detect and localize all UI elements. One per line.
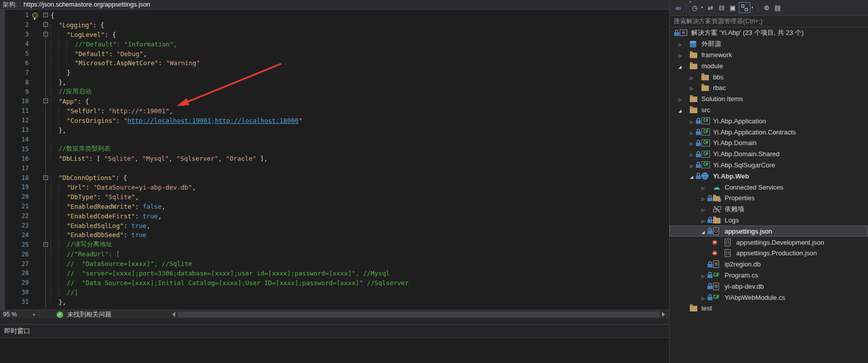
- tree-item-yi-abp-dev-db[interactable]: ⚙yi-abp-dev.db: [670, 281, 868, 292]
- fold-toggle-icon[interactable]: −: [43, 22, 48, 27]
- tree-item-solution-root[interactable]: ∞解决方案 'Yi.Abp' (23 个项目, 共 23 个): [670, 27, 868, 38]
- tree-item-framework[interactable]: ▷framework: [670, 50, 868, 61]
- hscrollbar-thumb[interactable]: [178, 311, 659, 317]
- zoom-combo[interactable]: 95 % ▼: [0, 310, 39, 319]
- code-line[interactable]: 6"Microsoft.AspNetCore": "Warning": [0, 58, 669, 68]
- chevron-expanded-icon[interactable]: ◢: [700, 228, 706, 235]
- chevron-expanded-icon[interactable]: ◢: [688, 172, 695, 180]
- chevron-expanded-icon[interactable]: ◢: [677, 106, 683, 114]
- tree-item-yiabpwebmodule-cs[interactable]: ▷C#YiAbpWebModule.cs: [670, 292, 868, 303]
- wrench-icon[interactable]: ⚙: [761, 2, 772, 13]
- fold-toggle-icon[interactable]: −: [43, 242, 48, 247]
- show-all-files-caret-icon[interactable]: ▾: [750, 2, 755, 13]
- code-area[interactable]: 1−{2−"Logging": {3−"LogLevel": {4//"Defa…: [0, 10, 669, 309]
- chevron-collapsed-icon[interactable]: ▷: [700, 184, 706, 191]
- code-line[interactable]: 31},: [0, 297, 669, 307]
- code-line[interactable]: 8},: [0, 77, 669, 87]
- chevron-collapsed-icon[interactable]: ▷: [700, 216, 706, 224]
- chevron-collapsed-icon[interactable]: ▷: [688, 73, 695, 81]
- tree-item-dependencies[interactable]: ▷依赖项: [670, 204, 868, 215]
- chevron-collapsed-icon[interactable]: ▷: [700, 294, 706, 301]
- collapse-all-icon[interactable]: ⊟: [717, 2, 727, 13]
- tree-item-src[interactable]: ◢src: [670, 105, 868, 116]
- code-line[interactable]: 9//应用启动: [0, 87, 669, 97]
- tree-item-yi-abp-domain[interactable]: ▷C#Yi.Abp.Domain: [670, 138, 868, 149]
- tree-item-program-cs[interactable]: ▷C#Program.cs: [670, 270, 868, 281]
- fold-toggle-icon[interactable]: −: [43, 13, 48, 17]
- hscrollbar-left-icon[interactable]: [172, 312, 175, 317]
- chevron-collapsed-icon[interactable]: ▷: [688, 139, 695, 147]
- fold-toggle-icon[interactable]: −: [43, 175, 48, 180]
- tree-item-appsettings-json[interactable]: ◢{}appsettings.json: [670, 225, 868, 237]
- tree-item-rbac[interactable]: ▷rbac: [670, 82, 868, 94]
- hscrollbar-right-icon[interactable]: [662, 312, 665, 317]
- tree-item-connected-services[interactable]: ▷☁Connected Services: [670, 182, 868, 193]
- tree-item-bbs[interactable]: ▷bbs: [670, 71, 868, 82]
- tree-item-yi-abp-application[interactable]: ▷C#Yi.Abp.Application: [670, 115, 868, 126]
- chevron-collapsed-icon[interactable]: ▷: [700, 271, 706, 279]
- chevron-collapsed-icon[interactable]: ▷: [677, 51, 683, 59]
- tree-item-logs[interactable]: ▷Logs: [670, 215, 868, 226]
- chevron-expanded-icon[interactable]: ◢: [677, 62, 683, 70]
- tree-item-appsettings-production-json[interactable]: {}appsettings.Production.json: [670, 248, 868, 259]
- search-input[interactable]: [670, 16, 868, 27]
- properties-pages-icon[interactable]: ▣: [728, 2, 738, 13]
- code-line[interactable]: 21"EnabledReadWrite": false,: [0, 202, 669, 211]
- code-line[interactable]: 16"DbList": [ "Sqlite", "Mysql", "Sqlser…: [0, 154, 669, 163]
- tree-item-appsettings-development-json[interactable]: {}appsettings.Development.json: [670, 237, 868, 248]
- code-line[interactable]: 18−"DbConnOptions": {: [0, 173, 669, 183]
- code-line[interactable]: 26//"ReadUrl": [: [0, 249, 669, 259]
- code-line[interactable]: 2−"Logging": {: [0, 20, 669, 30]
- code-line[interactable]: 23"EnabledSqlLog": true,: [0, 221, 669, 231]
- tree-item-solution-items[interactable]: ▷Solution Items: [670, 94, 868, 105]
- code-line[interactable]: 27// "DataSource=[xxxx]", //Sqlite: [0, 259, 669, 268]
- chevron-collapsed-icon[interactable]: ▷: [700, 205, 706, 213]
- chevron-collapsed-icon[interactable]: ▷: [688, 84, 695, 92]
- chevron-collapsed-icon[interactable]: ▷: [700, 194, 706, 202]
- pending-changes-filter-caret-icon[interactable]: ▾: [699, 2, 704, 13]
- code-line[interactable]: 15//数据库类型列表: [0, 144, 669, 154]
- chevron-collapsed-icon[interactable]: ▷: [688, 161, 695, 169]
- code-line[interactable]: 28// "server=[xxxx];port=3306;database=[…: [0, 268, 669, 278]
- code-line[interactable]: 29// "Data Source=[xxxx];Initial Catalog…: [0, 278, 669, 288]
- code-line[interactable]: 11"SelfUrl": "http://*:19001",: [0, 106, 669, 116]
- code-line[interactable]: 1−{: [0, 11, 669, 20]
- preview-selected-items-icon[interactable]: ▤: [773, 2, 783, 13]
- code-line[interactable]: 14: [0, 135, 669, 145]
- code-line[interactable]: 24"EnabledDbSeed": true: [0, 230, 669, 240]
- tree-item-yi-abp-application-contracts[interactable]: ▷C#Yi.Abp.Application.Contracts: [670, 126, 868, 138]
- chevron-collapsed-icon[interactable]: ▷: [688, 117, 695, 125]
- pending-changes-filter-icon[interactable]: ◷: [690, 2, 700, 13]
- code-line[interactable]: 19"Url": "DataSource=yi-abp-dev.db",: [0, 183, 669, 192]
- code-line[interactable]: 20"DbType": "Sqlite",: [0, 192, 669, 202]
- code-line[interactable]: 4//"Default": "Information",: [0, 39, 669, 49]
- code-line[interactable]: 5"Default": "Debug",: [0, 49, 669, 59]
- chevron-collapsed-icon[interactable]: ▷: [688, 128, 695, 136]
- schema-url-combo[interactable]: https://json.schemastore.org/appsettings…: [20, 1, 669, 9]
- code-line[interactable]: 30//]: [0, 288, 669, 297]
- code-line[interactable]: 25−//读写分离地址: [0, 240, 669, 249]
- chevron-collapsed-icon[interactable]: ▷: [688, 150, 695, 158]
- chevron-collapsed-icon[interactable]: ▷: [677, 95, 683, 103]
- chevron-collapsed-icon[interactable]: ▷: [677, 40, 683, 48]
- immediate-window-content[interactable]: [0, 338, 669, 363]
- tree-item-yi-abp-sqlsugarcore[interactable]: ▷C#Yi.Abp.SqlSugarCore: [670, 160, 868, 171]
- sync-with-active-document-icon[interactable]: ⇄: [705, 2, 716, 13]
- code-line[interactable]: 12"CorsOrigins": "http://localhost:19001…: [0, 116, 669, 125]
- tree-item-module[interactable]: ◢module: [670, 60, 868, 71]
- tree-item-ip2region-db[interactable]: ⚙ip2region.db: [670, 259, 868, 270]
- show-all-files-icon[interactable]: [739, 2, 750, 13]
- tree-item-yi-abp-domain-shared[interactable]: ▷C#Yi.Abp.Domain.Shared: [670, 149, 868, 160]
- code-line[interactable]: 17: [0, 163, 669, 173]
- code-line[interactable]: 13},: [0, 125, 669, 135]
- code-line[interactable]: 7}: [0, 68, 669, 77]
- switch-views-icon[interactable]: ∞: [673, 2, 683, 13]
- code-line[interactable]: 3−"LogLevel": {: [0, 30, 669, 39]
- fold-toggle-icon[interactable]: −: [43, 99, 48, 103]
- code-line[interactable]: 22"EnabledCodeFirst": true,: [0, 211, 669, 221]
- tree-item-yi-abp-web[interactable]: ◢Yi.Abp.Web: [670, 170, 868, 182]
- tree-item-external-sources[interactable]: ▷外部源: [670, 38, 868, 50]
- code-line[interactable]: 10−"App": {: [0, 97, 669, 106]
- tree-item-test[interactable]: test: [670, 303, 868, 314]
- lightbulb-icon[interactable]: [32, 13, 38, 18]
